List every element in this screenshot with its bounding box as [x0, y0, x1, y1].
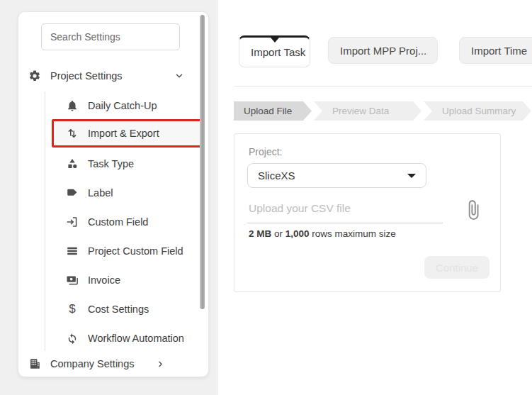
building-icon — [28, 357, 41, 370]
sidebar-scrollbar[interactable] — [200, 15, 205, 309]
chevron-right-icon — [156, 360, 165, 369]
import-export-content: Import Task Import MPP Proj... Import Ti… — [218, 0, 532, 395]
step-upload-file[interactable]: Upload File — [234, 101, 312, 121]
active-tab-marker-icon — [271, 38, 279, 43]
shapes-icon — [66, 157, 79, 170]
size-limit-hint: 2 MB or 1,000 rows maximum size — [249, 228, 396, 239]
continue-button[interactable]: Continue — [424, 256, 489, 279]
sidebar-item-label: Project Settings — [50, 70, 123, 82]
sidebar-item-label-settings[interactable]: Label — [52, 179, 203, 207]
upload-stepper: Upload File Preview Data Upload Summary — [234, 101, 531, 121]
sidebar-item-label: Custom Field — [88, 216, 148, 228]
size-limit-mb: 2 MB — [249, 228, 271, 239]
sidebar-item-custom-field[interactable]: Custom Field — [52, 208, 203, 236]
step-label: Upload Summary — [442, 106, 516, 116]
sidebar-item-cost-settings[interactable]: $ Cost Settings — [52, 295, 203, 323]
sidebar-item-label: Project Custom Field — [88, 245, 183, 257]
list-icon — [66, 245, 79, 257]
paperclip-icon[interactable] — [463, 199, 484, 221]
chevron-down-icon — [174, 71, 184, 81]
invoice-icon — [66, 274, 79, 286]
caret-down-icon — [407, 174, 416, 178]
size-limit-rest: rows maximum size — [310, 228, 396, 239]
sidebar-item-company-settings[interactable]: Company Settings — [28, 350, 184, 378]
sidebar-item-label: Task Type — [88, 158, 134, 169]
sidebar-item-label: Label — [88, 187, 113, 199]
csv-upload-placeholder: Upload your CSV file — [249, 202, 351, 215]
sidebar-item-task-type[interactable]: Task Type — [52, 150, 203, 178]
bell-icon — [66, 99, 79, 112]
step-preview-data[interactable]: Preview Data — [314, 101, 421, 121]
sidebar-item-project-settings[interactable]: Project Settings — [28, 62, 184, 90]
size-limit-rows: 1,000 — [285, 228, 310, 239]
sidebar-item-label: Daily Catch-Up — [88, 100, 157, 111]
tab-label: Import Task — [251, 46, 305, 58]
indent-guide — [45, 91, 45, 351]
settings-panel: Project Settings Daily Catch-Up Import &… — [18, 11, 209, 377]
project-select-value: SliceXS — [258, 169, 295, 182]
tab-import-task[interactable]: Import Task — [239, 35, 310, 67]
sidebar-item-label: Cost Settings — [88, 304, 149, 315]
sidebar-item-workflow-automation[interactable]: Workflow Automation — [52, 324, 203, 352]
tag-icon — [66, 187, 79, 199]
sidebar-item-daily-catch-up[interactable]: Daily Catch-Up — [52, 91, 203, 120]
import-export-icon — [66, 127, 79, 140]
sidebar-item-label: Invoice — [88, 274, 120, 286]
size-limit-or: or — [271, 228, 285, 239]
sidebar-item-label: Company Settings — [50, 358, 134, 369]
project-select[interactable]: SliceXS — [247, 163, 426, 188]
dollar-icon: $ — [66, 303, 79, 316]
sidebar-item-label: Workflow Automation — [88, 333, 184, 344]
settings-sidebar-region: Project Settings Daily Catch-Up Import &… — [0, 0, 218, 395]
tab-import-time[interactable]: Import Time — [459, 37, 532, 64]
sidebar-item-invoice[interactable]: Invoice — [52, 266, 203, 294]
tab-import-mpp-project[interactable]: Import MPP Proj... — [328, 37, 438, 64]
tabs-divider — [234, 86, 532, 87]
input-arrow-icon — [66, 216, 79, 228]
search-input[interactable] — [41, 23, 180, 50]
step-label: Upload File — [244, 106, 292, 116]
sidebar-item-label: Import & Export — [88, 128, 159, 139]
sidebar-item-project-custom-field[interactable]: Project Custom Field — [52, 237, 203, 265]
gear-icon — [28, 69, 41, 82]
sidebar-item-import-export[interactable]: Import & Export — [52, 119, 203, 148]
upload-file-card: Project: SliceXS Upload your CSV file 2 … — [234, 133, 501, 292]
step-label: Preview Data — [332, 106, 389, 116]
sync-icon — [66, 332, 79, 345]
step-upload-summary[interactable]: Upload Summary — [424, 101, 531, 121]
project-field-label: Project: — [249, 146, 282, 157]
tab-label: Import Time — [471, 45, 527, 57]
tab-label: Import MPP Proj... — [340, 45, 426, 57]
csv-upload-input[interactable]: Upload your CSV file — [247, 202, 443, 223]
